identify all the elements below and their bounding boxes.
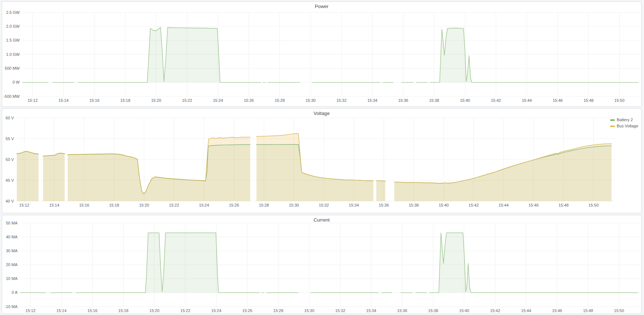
svg-text:15:24: 15:24 (211, 308, 222, 313)
svg-text:15:30: 15:30 (305, 98, 316, 103)
svg-text:15:24: 15:24 (213, 98, 223, 103)
svg-text:15:24: 15:24 (199, 203, 209, 207)
svg-text:15:36: 15:36 (397, 308, 407, 313)
svg-text:15:42: 15:42 (490, 308, 500, 313)
svg-text:15:50: 15:50 (589, 203, 599, 207)
svg-text:0 W: 0 W (12, 80, 20, 84)
panel-voltage: Voltage 60 V55 V50 V45 V40 V15:1215:1415… (2, 108, 641, 213)
svg-text:15:36: 15:36 (398, 98, 409, 103)
svg-text:15:14: 15:14 (56, 308, 67, 313)
svg-text:45 V: 45 V (5, 178, 14, 183)
svg-text:15:38: 15:38 (409, 203, 419, 207)
svg-text:15:40: 15:40 (460, 98, 470, 103)
svg-text:60 V: 60 V (5, 116, 14, 120)
svg-text:20 MA: 20 MA (6, 262, 17, 267)
svg-text:-10 MA: -10 MA (5, 304, 18, 309)
svg-text:15:20: 15:20 (139, 203, 149, 207)
svg-text:40 MA: 40 MA (6, 235, 17, 239)
svg-text:55 V: 55 V (5, 137, 14, 141)
svg-text:15:34: 15:34 (367, 98, 378, 103)
svg-text:15:50: 15:50 (614, 308, 624, 313)
svg-text:15:28: 15:28 (259, 203, 269, 207)
svg-text:15:22: 15:22 (182, 98, 192, 103)
power-chart[interactable]: 2.5 GW2.0 GW1.5 GW1.0 GW500 MW0 W-500 MW… (2, 2, 641, 106)
svg-text:15:22: 15:22 (180, 308, 191, 313)
svg-text:15:26: 15:26 (229, 203, 239, 207)
legend-label-bus-voltage: Bus Voltage (617, 124, 638, 128)
svg-text:15:28: 15:28 (273, 308, 284, 313)
svg-text:15:16: 15:16 (79, 203, 89, 207)
svg-text:15:48: 15:48 (583, 308, 593, 313)
svg-text:15:28: 15:28 (275, 98, 285, 103)
svg-text:15:18: 15:18 (118, 308, 129, 313)
svg-text:15:46: 15:46 (528, 203, 539, 207)
svg-text:15:18: 15:18 (120, 98, 130, 103)
svg-text:15:14: 15:14 (59, 98, 69, 103)
svg-text:15:34: 15:34 (349, 203, 359, 207)
svg-text:500 MW: 500 MW (5, 66, 20, 70)
svg-text:15:46: 15:46 (553, 98, 563, 103)
svg-text:15:44: 15:44 (522, 98, 532, 103)
svg-text:15:44: 15:44 (499, 203, 509, 207)
svg-text:15:30: 15:30 (304, 308, 315, 313)
svg-text:15:42: 15:42 (469, 203, 479, 207)
svg-text:15:32: 15:32 (336, 98, 347, 103)
voltage-legend: Battery 2 Bus Voltage (610, 118, 638, 128)
svg-text:15:46: 15:46 (552, 308, 562, 313)
svg-text:0 A: 0 A (12, 290, 18, 295)
legend-label-battery-2: Battery 2 (617, 118, 633, 122)
svg-text:15:12: 15:12 (26, 308, 36, 313)
legend-item-battery-2[interactable]: Battery 2 (610, 118, 638, 122)
legend-item-bus-voltage[interactable]: Bus Voltage (610, 124, 638, 128)
svg-text:50 V: 50 V (5, 157, 14, 162)
svg-text:2.5 GW: 2.5 GW (6, 10, 20, 15)
svg-text:15:36: 15:36 (379, 203, 389, 207)
svg-text:50 MA: 50 MA (6, 221, 17, 225)
svg-text:1.0 GW: 1.0 GW (6, 52, 20, 57)
svg-text:1.5 GW: 1.5 GW (6, 38, 20, 42)
svg-text:15:16: 15:16 (89, 98, 99, 103)
svg-text:15:22: 15:22 (169, 203, 179, 207)
svg-text:15:26: 15:26 (244, 98, 254, 103)
svg-text:15:18: 15:18 (109, 203, 119, 207)
svg-text:15:38: 15:38 (428, 308, 438, 313)
bus-voltage-swatch-icon (610, 126, 615, 127)
svg-text:15:14: 15:14 (49, 203, 59, 207)
svg-text:15:34: 15:34 (366, 308, 376, 313)
battery-2-swatch-icon (610, 119, 615, 121)
panel-current: Current 50 MA40 MA30 MA20 MA10 MA0 A-10 … (2, 215, 641, 314)
current-chart[interactable]: 50 MA40 MA30 MA20 MA10 MA0 A-10 MA15:121… (2, 215, 641, 314)
svg-text:15:40: 15:40 (439, 203, 449, 207)
svg-text:15:30: 15:30 (289, 203, 299, 207)
svg-text:10 MA: 10 MA (6, 276, 17, 281)
svg-text:40 V: 40 V (5, 199, 14, 203)
svg-text:-500 MW: -500 MW (3, 94, 20, 99)
svg-text:2.0 GW: 2.0 GW (6, 24, 20, 28)
svg-text:15:12: 15:12 (28, 98, 38, 103)
svg-text:15:44: 15:44 (521, 308, 531, 313)
svg-text:15:48: 15:48 (559, 203, 569, 207)
svg-text:15:26: 15:26 (242, 308, 253, 313)
svg-text:15:16: 15:16 (87, 308, 98, 313)
svg-text:15:32: 15:32 (319, 203, 329, 207)
svg-text:30 MA: 30 MA (6, 249, 17, 253)
voltage-chart[interactable]: 60 V55 V50 V45 V40 V15:1215:1415:1615:18… (2, 109, 641, 213)
svg-text:15:32: 15:32 (335, 308, 346, 313)
svg-text:15:42: 15:42 (491, 98, 501, 103)
svg-text:15:20: 15:20 (151, 98, 161, 103)
panel-power: Power 2.5 GW2.0 GW1.5 GW1.0 GW500 MW0 W-… (2, 1, 641, 107)
svg-text:15:20: 15:20 (149, 308, 160, 313)
svg-text:15:38: 15:38 (429, 98, 439, 103)
svg-text:15:40: 15:40 (459, 308, 469, 313)
svg-text:15:12: 15:12 (19, 203, 30, 207)
svg-text:15:48: 15:48 (583, 98, 594, 103)
svg-text:15:50: 15:50 (614, 98, 625, 103)
